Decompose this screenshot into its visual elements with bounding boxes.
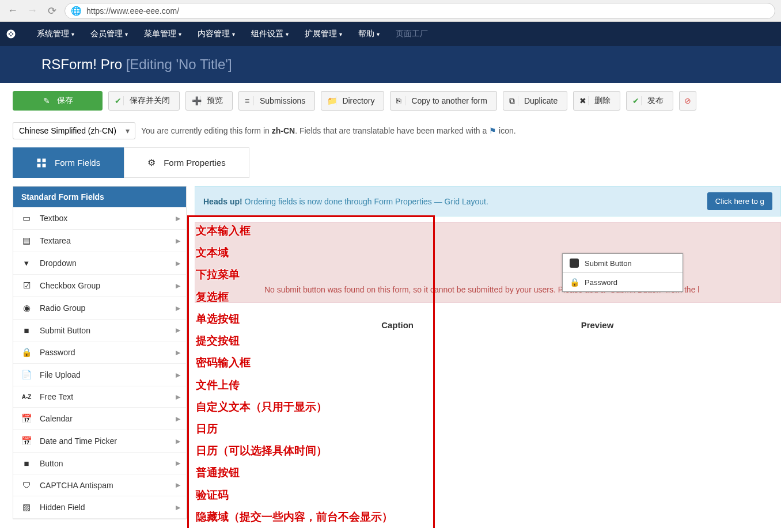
preview-button[interactable]: ➕预览 <box>185 91 233 111</box>
field-item-radio-group[interactable]: ◉Radio Group▶ <box>13 297 186 320</box>
address-bar[interactable]: 🌐 https://www.eee-eee.com/ <box>65 3 775 19</box>
chevron-right-icon: ▶ <box>176 349 180 356</box>
menu-users[interactable]: 会员管理▾ <box>82 29 136 39</box>
menu-extensions[interactable]: 扩展管理▾ <box>297 29 350 39</box>
svg-rect-2 <box>37 164 41 167</box>
product-name: RSForm! Pro <box>41 56 122 72</box>
submissions-button[interactable]: ≡Submissions <box>238 91 315 111</box>
tab-form-properties[interactable]: ⚙ Form Properties <box>124 147 249 178</box>
field-item-label: Free Text <box>40 392 73 401</box>
field-item-label: Password <box>40 348 75 357</box>
alert-bold: Heads up! <box>203 197 242 206</box>
menu-help[interactable]: 帮助▾ <box>350 29 388 39</box>
save-close-button[interactable]: ✔保存并关闭 <box>108 91 180 111</box>
menu-content[interactable]: 内容管理▾ <box>189 29 243 39</box>
save-button[interactable]: ✎保存 <box>13 91 103 111</box>
field-item-label: Radio Group <box>40 303 85 313</box>
copy-button[interactable]: ⎘Copy to another form <box>390 91 497 111</box>
field-type-icon: ■ <box>21 325 32 335</box>
language-info: You are currently editing this form in z… <box>141 126 516 135</box>
flag-icon: ⚑ <box>489 126 496 135</box>
caret-down-icon: ▾ <box>377 31 380 37</box>
menu-menus[interactable]: 菜单管理▾ <box>136 29 189 39</box>
field-type-icon: ■ <box>21 458 32 468</box>
chevron-right-icon: ▶ <box>176 415 180 423</box>
svg-rect-0 <box>37 158 41 162</box>
chevron-right-icon: ▶ <box>176 371 180 379</box>
menu-components[interactable]: 组件设置▾ <box>243 29 297 39</box>
col-caption: Caption <box>195 320 414 330</box>
forward-button[interactable]: → <box>25 4 39 18</box>
reload-button[interactable]: ⟳ <box>45 4 59 18</box>
field-item-label: Textarea <box>40 236 71 245</box>
col-preview: Preview <box>414 320 781 330</box>
cancel-icon: ⊘ <box>683 96 692 105</box>
back-button[interactable]: ← <box>6 4 20 18</box>
joomla-logo-icon[interactable] <box>6 29 29 39</box>
directory-button[interactable]: 📁Directory <box>321 91 384 111</box>
chevron-right-icon: ▶ <box>176 438 180 445</box>
language-select[interactable]: Chinese Simplified (zh-CN) <box>13 122 135 139</box>
close-button[interactable]: ⊘ <box>679 91 696 111</box>
field-type-icon: ▾ <box>21 258 32 268</box>
check-icon: ✔ <box>632 96 642 105</box>
field-item-textbox[interactable]: ▭Textbox▶ <box>13 207 186 230</box>
field-item-label: Date and Time Picker <box>40 436 117 446</box>
menu-system[interactable]: 系统管理▾ <box>29 29 82 39</box>
hint-submit-button[interactable]: Submit Button <box>563 254 683 273</box>
field-item-label: Textbox <box>40 214 67 223</box>
chevron-right-icon: ▶ <box>176 459 180 467</box>
field-item-calendar[interactable]: 📅Calendar▶ <box>13 408 186 430</box>
sidebar-header: Standard Form Fields <box>13 187 186 207</box>
field-item-file-upload[interactable]: 📄File Upload▶ <box>13 364 186 386</box>
delete-button[interactable]: ✖删除 <box>573 91 620 111</box>
field-hint-box: Submit Button 🔒 Password <box>562 253 683 292</box>
url-text: https://www.eee-eee.com/ <box>86 6 179 16</box>
hint-password[interactable]: 🔒 Password <box>563 273 683 291</box>
page-title-bar: RSForm! Pro [Editing 'No Title'] <box>0 46 781 83</box>
field-item-captcha-antispam[interactable]: 🛡CAPTCHA Antispam▶ <box>13 474 186 496</box>
info-alert: Heads up! Ordering fields is now done th… <box>195 186 781 216</box>
error-alert: No submit button was found on this form,… <box>195 222 781 303</box>
field-item-date-and-time-picker[interactable]: 📅Date and Time Picker▶ <box>13 430 186 453</box>
copy-icon: ⎘ <box>396 96 405 105</box>
x-icon: ✖ <box>579 96 589 105</box>
action-toolbar: ✎保存 ✔保存并关闭 ➕预览 ≡Submissions 📁Directory ⎘… <box>0 83 781 119</box>
field-item-button[interactable]: ■Button▶ <box>13 453 186 474</box>
caret-down-icon: ▾ <box>125 31 128 37</box>
menu-pagebuilder[interactable]: 页面工厂 <box>388 29 436 39</box>
field-item-label: Button <box>40 459 63 468</box>
field-item-hidden-field[interactable]: ▨Hidden Field▶ <box>13 496 186 519</box>
chevron-right-icon: ▶ <box>176 326 180 334</box>
field-item-password[interactable]: 🔒Password▶ <box>13 341 186 364</box>
browser-toolbar: ← → ⟳ 🌐 https://www.eee-eee.com/ <box>0 0 781 22</box>
field-type-icon: 📄 <box>21 370 32 380</box>
field-item-label: Hidden Field <box>40 503 85 512</box>
chevron-right-icon: ▶ <box>176 504 180 511</box>
publish-button[interactable]: ✔发布 <box>626 91 673 111</box>
field-type-icon: ☑ <box>21 280 32 291</box>
caret-down-icon: ▾ <box>179 31 181 37</box>
folder-icon: 📁 <box>327 96 336 105</box>
field-item-label: Dropdown <box>40 259 77 268</box>
fields-sidebar: Standard Form Fields ▭Textbox▶▤Textarea▶… <box>13 186 187 519</box>
field-item-textarea[interactable]: ▤Textarea▶ <box>13 230 186 252</box>
tab-form-fields[interactable]: Form Fields <box>13 147 124 178</box>
chevron-right-icon: ▶ <box>176 260 180 267</box>
grid-layout-link-button[interactable]: Click here to g <box>707 192 772 210</box>
chevron-right-icon: ▶ <box>176 481 180 489</box>
check-icon: ✔ <box>115 96 124 105</box>
field-item-label: CAPTCHA Antispam <box>40 481 113 490</box>
field-item-dropdown[interactable]: ▾Dropdown▶ <box>13 252 186 275</box>
field-type-icon: ▤ <box>21 235 32 246</box>
caret-down-icon: ▾ <box>286 31 289 37</box>
field-item-submit-button[interactable]: ■Submit Button▶ <box>13 320 186 341</box>
field-type-icon: A-Z <box>21 394 32 400</box>
field-item-checkbox-group[interactable]: ☑Checkbox Group▶ <box>13 275 186 297</box>
field-type-icon: 📅 <box>21 413 32 424</box>
lock-icon: 🔒 <box>570 278 579 287</box>
field-item-free-text[interactable]: A-ZFree Text▶ <box>13 386 186 408</box>
duplicate-button[interactable]: ⧉Duplicate <box>503 91 567 111</box>
field-item-label: Submit Button <box>40 326 90 335</box>
grid-icon <box>36 158 47 168</box>
